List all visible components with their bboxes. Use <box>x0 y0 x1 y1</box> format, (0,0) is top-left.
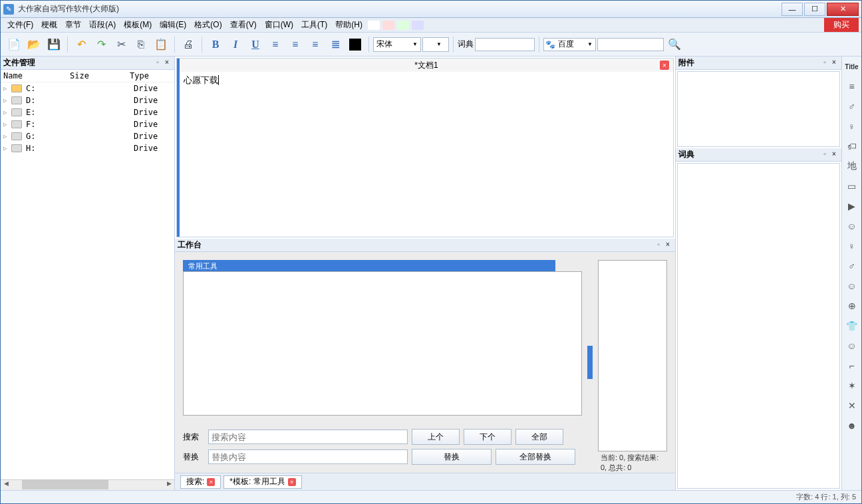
all-button[interactable]: 全部 <box>515 429 563 445</box>
color-swatch-pink[interactable] <box>382 21 394 30</box>
sidebar-tool-13[interactable]: 👕 <box>845 318 859 333</box>
menu-window[interactable]: 窗口(W) <box>261 18 297 32</box>
result-textarea[interactable] <box>598 260 667 451</box>
align-left-icon[interactable]: ≡ <box>266 35 285 54</box>
color-swatch-blue[interactable] <box>412 21 424 30</box>
menu-chapter[interactable]: 章节 <box>61 18 85 32</box>
menu-outline[interactable]: 梗概 <box>37 18 61 32</box>
italic-icon[interactable]: I <box>226 35 245 54</box>
bold-icon[interactable]: B <box>206 35 225 54</box>
dict-body[interactable] <box>677 163 840 489</box>
open-icon[interactable]: 📂 <box>25 35 43 54</box>
document-editor[interactable]: 心愿下载 <box>180 72 673 237</box>
workspace-tab[interactable]: 常用工具 <box>183 260 555 272</box>
panel-close-icon[interactable]: × <box>663 241 672 250</box>
drive-row[interactable]: ▷E:Drive <box>1 106 174 118</box>
sidebar-tool-6[interactable]: ▭ <box>845 179 859 193</box>
sidebar-tool-8[interactable]: ☺ <box>845 219 859 233</box>
sidebar-tool-11[interactable]: ☺ <box>845 279 859 293</box>
sidebar-tool-0[interactable]: Title <box>845 59 859 74</box>
sidebar-tool-7[interactable]: ▶ <box>845 199 859 213</box>
close-button[interactable]: ✕ <box>827 3 859 16</box>
menu-format[interactable]: 格式(O) <box>190 18 225 32</box>
search-bottom-tab[interactable]: 搜索:× <box>180 475 221 489</box>
menu-help[interactable]: 帮助(H) <box>331 18 366 32</box>
main-area: 文件管理 ▫ × Name Size Type ▷C:Drive▷D:Drive… <box>1 57 861 490</box>
redo-icon[interactable]: ↷ <box>92 35 110 54</box>
save-icon[interactable]: 💾 <box>45 35 63 54</box>
replace-input[interactable] <box>208 449 408 464</box>
font-select[interactable]: 宋体▼ <box>373 37 421 52</box>
sidebar-tool-15[interactable]: ⌐ <box>845 358 859 373</box>
separator <box>368 37 369 53</box>
panel-close-icon[interactable]: × <box>829 59 839 68</box>
sidebar-tool-12[interactable]: ⊕ <box>845 299 859 313</box>
sidebar-tool-16[interactable]: ✶ <box>845 378 859 393</box>
close-icon[interactable]: × <box>207 478 215 486</box>
panel-float-icon[interactable]: ▫ <box>654 241 663 250</box>
menu-tools[interactable]: 工具(T) <box>297 18 331 32</box>
copy-icon[interactable]: ⎘ <box>132 35 150 54</box>
replace-all-button[interactable]: 全部替换 <box>496 449 575 465</box>
separator <box>539 37 539 53</box>
buy-button[interactable]: 购买 <box>824 18 859 32</box>
drive-row[interactable]: ▷H:Drive <box>1 142 174 154</box>
align-center-icon[interactable]: ≡ <box>286 35 305 54</box>
underline-icon[interactable]: U <box>246 35 265 54</box>
paste-icon[interactable]: 📋 <box>152 35 170 54</box>
sidebar-tool-5[interactable]: 地 <box>845 159 859 174</box>
panel-float-icon[interactable]: ▫ <box>820 59 829 68</box>
next-button[interactable]: 下个 <box>464 429 511 445</box>
panel-float-icon[interactable]: ▫ <box>820 150 829 160</box>
drive-row[interactable]: ▷G:Drive <box>1 130 174 142</box>
cut-icon[interactable]: ✂ <box>112 35 130 54</box>
drive-row[interactable]: ▷D:Drive <box>1 94 174 106</box>
splitter[interactable] <box>587 346 593 379</box>
attachment-body[interactable] <box>677 71 840 147</box>
panel-float-icon[interactable]: ▫ <box>153 59 162 68</box>
drive-row[interactable]: ▷F:Drive <box>1 118 174 130</box>
search-engine-select[interactable]: 🐾百度▼ <box>543 38 596 51</box>
sidebar-tool-17[interactable]: ✕ <box>845 398 859 413</box>
align-right-icon[interactable]: ≡ <box>306 35 325 54</box>
replace-button[interactable]: 替换 <box>412 449 492 465</box>
align-justify-icon[interactable]: ≣ <box>326 35 345 54</box>
document-tab[interactable]: *文档1 × <box>180 59 673 72</box>
search-icon[interactable]: 🔍 <box>665 35 684 54</box>
template-bottom-tab[interactable]: *模板: 常用工具× <box>223 475 301 489</box>
sidebar-tool-14[interactable]: ☺ <box>845 338 859 353</box>
sidebar-tool-9[interactable]: ♀ <box>845 239 859 253</box>
sidebar-tool-1[interactable]: ≡ <box>845 79 859 94</box>
web-search-input[interactable] <box>597 38 664 51</box>
panel-close-icon[interactable]: × <box>829 150 839 160</box>
prev-button[interactable]: 上个 <box>412 429 460 445</box>
workspace-textarea[interactable] <box>183 271 582 416</box>
close-icon[interactable]: × <box>288 478 296 486</box>
menu-segment[interactable]: 语段(A) <box>85 18 120 32</box>
menu-view[interactable]: 查看(V) <box>226 18 261 32</box>
horizontal-scrollbar[interactable]: ◀▶ <box>1 479 174 490</box>
undo-icon[interactable]: ↶ <box>72 35 90 54</box>
sidebar-tool-18[interactable]: ☻ <box>845 418 859 433</box>
color-swatch-green[interactable] <box>397 21 409 30</box>
maximize-button[interactable]: ☐ <box>804 3 825 16</box>
sidebar-tool-10[interactable]: ♂ <box>845 259 859 273</box>
new-icon[interactable]: 📄 <box>5 35 23 54</box>
search-input[interactable] <box>208 430 408 444</box>
font-size-select[interactable]: ▼ <box>422 37 449 52</box>
menu-edit[interactable]: 编辑(E) <box>156 18 190 32</box>
dict-input[interactable] <box>475 38 535 51</box>
sidebar-tool-3[interactable]: ♀ <box>845 119 859 134</box>
color-swatch-white[interactable] <box>368 21 380 30</box>
panel-close-icon[interactable]: × <box>162 59 172 68</box>
sidebar-tool-2[interactable]: ♂ <box>845 99 859 114</box>
close-tab-icon[interactable]: × <box>660 61 669 70</box>
sidebar-tool-4[interactable]: 🏷 <box>845 139 859 154</box>
drive-row[interactable]: ▷C:Drive <box>1 82 174 94</box>
font-color-icon[interactable] <box>346 35 364 54</box>
file-manager-panel: 文件管理 ▫ × Name Size Type ▷C:Drive▷D:Drive… <box>1 57 175 490</box>
print-icon[interactable]: 🖨 <box>179 35 198 54</box>
menu-file[interactable]: 文件(F) <box>3 18 37 32</box>
minimize-button[interactable]: — <box>782 3 803 16</box>
menu-template[interactable]: 模板(M) <box>120 18 156 32</box>
